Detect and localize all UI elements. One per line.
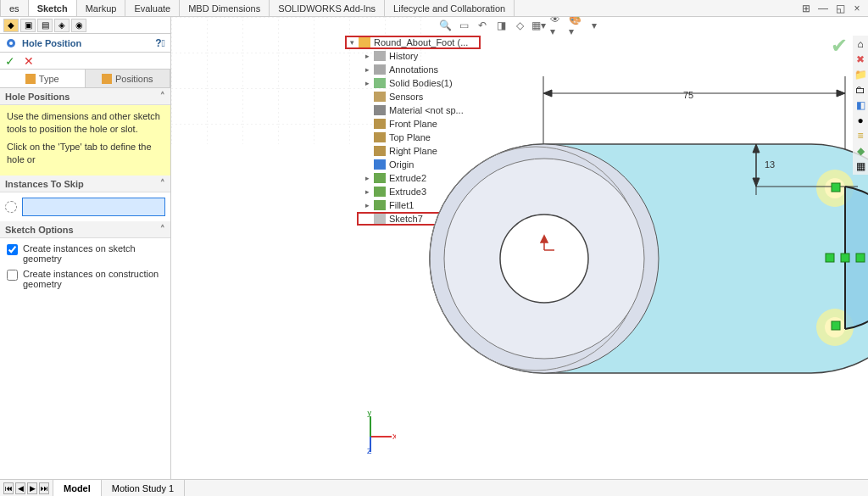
checkbox-instances-sketch-geom[interactable]: Create instances on sketch geometry: [7, 243, 164, 264]
custom-properties-icon[interactable]: ≡: [854, 129, 867, 142]
tab-type[interactable]: Type: [0, 70, 86, 87]
ribbon-tab-lifecycle[interactable]: Lifecycle and Collaboration: [385, 0, 515, 16]
close-icon[interactable]: ×: [851, 3, 863, 14]
appearance-icon[interactable]: 🎨▾: [569, 19, 582, 32]
svg-text:y: y: [367, 411, 372, 417]
orientation-triad[interactable]: x y z: [353, 411, 396, 454]
heads-up-toolbar: 🔍 ▭ ↶ ◨ ◇ ▦▾ 👁▾ 🎨▾ ▾: [438, 19, 601, 32]
panel-title: Hole Position ?⃝: [0, 34, 170, 53]
bottom-tabs: ⏮ ◀ ▶ ⏭ Model Motion Study 1: [0, 479, 868, 496]
svg-text:x: x: [392, 431, 396, 441]
chevron-up-icon: ˄: [160, 91, 165, 102]
hole-subtabs: Type Positions: [0, 70, 170, 88]
ribbon-tab-mbd[interactable]: MBD Dimensions: [180, 0, 270, 16]
svg-marker-7: [837, 90, 845, 97]
section-sketch-options[interactable]: Sketch Options˄: [0, 221, 170, 238]
close-panel-icon[interactable]: ✖: [854, 53, 867, 66]
hole-wizard-icon: [5, 37, 17, 49]
chevron-up-icon: ˄: [160, 178, 165, 189]
help-icon[interactable]: ?⃝: [155, 37, 165, 49]
part-drawing: 75: [332, 68, 868, 407]
display-manager-tab-icon[interactable]: ◉: [71, 19, 86, 32]
dim-offset: 13: [765, 159, 775, 170]
task-pane: ⌂ ✖ 📁 🗀 ◧ ● ≡ ◆ ▦: [853, 36, 868, 175]
ribbon-tab-addins[interactable]: SOLIDWORKS Add-Ins: [270, 0, 385, 16]
skip-icon: [5, 201, 17, 213]
search-icon[interactable]: ⊞: [800, 3, 812, 14]
ribbon-tab-sketch[interactable]: Sketch: [29, 0, 77, 16]
ribbon-tab-markup[interactable]: Markup: [77, 0, 126, 16]
nav-first-icon[interactable]: ⏮: [3, 482, 14, 494]
cancel-button[interactable]: ✕: [24, 54, 34, 68]
restore-icon[interactable]: ◱: [834, 3, 846, 14]
dimxpert-tab-icon[interactable]: ◈: [54, 19, 70, 32]
part-body: [430, 144, 868, 373]
svg-rect-29: [826, 254, 834, 262]
svg-point-11: [500, 215, 588, 303]
manager-tabs: ◆ ▣ ▤ ◈ ◉: [0, 17, 170, 34]
scene-icon[interactable]: ▾: [587, 19, 601, 32]
checkbox-instances-construction-geom[interactable]: Create instances on construction geometr…: [7, 269, 164, 289]
design-library-icon[interactable]: 📁: [854, 68, 867, 81]
svg-text:z: z: [367, 445, 372, 454]
svg-rect-28: [832, 183, 840, 192]
svg-point-1: [9, 42, 13, 45]
file-explorer-icon[interactable]: 🗀: [854, 83, 867, 97]
section-hole-positions[interactable]: Hole Positions˄: [0, 88, 170, 105]
config-manager-tab-icon[interactable]: ▤: [37, 19, 53, 32]
minimize-icon[interactable]: —: [817, 3, 829, 14]
positions-icon: [102, 74, 112, 84]
view-palette-icon[interactable]: ◧: [854, 98, 867, 112]
tree-root[interactable]: ▾Round_About_Foot (...: [345, 36, 481, 49]
svg-rect-32: [832, 321, 840, 330]
panel-title-text: Hole Position: [22, 38, 81, 48]
section-view-icon[interactable]: ◨: [494, 19, 508, 32]
bottom-nav: ⏮ ◀ ▶ ⏭: [0, 480, 53, 496]
ribbon-tabs: es Sketch Markup Evaluate MBD Dimensions…: [0, 0, 868, 17]
ok-button[interactable]: ✓: [5, 54, 15, 68]
view-orient-icon[interactable]: ◇: [513, 19, 526, 32]
type-icon: [25, 74, 36, 84]
zoom-fit-icon[interactable]: 🔍: [438, 19, 452, 32]
graphics-area[interactable]: 🔍 ▭ ↶ ◨ ◇ ▦▾ 👁▾ 🎨▾ ▾ ✔ ▾Round_About_Foot…: [171, 17, 868, 479]
property-manager: ◆ ▣ ▤ ◈ ◉ Hole Position ?⃝ ✓ ✕ Type Posi…: [0, 17, 171, 479]
nav-prev-icon[interactable]: ◀: [15, 482, 25, 494]
solidworks-resources-icon[interactable]: ⌂: [854, 37, 867, 51]
chevron-up-icon: ˄: [160, 224, 165, 235]
hole-positions-help: Use the dimensions and other sketch tool…: [0, 105, 170, 176]
display-style-icon[interactable]: ▦▾: [531, 19, 545, 32]
confirm-corner-icon[interactable]: ✔: [831, 34, 848, 58]
prev-view-icon[interactable]: ↶: [476, 19, 489, 32]
instances-skip-row: [0, 192, 170, 221]
ribbon-tab-stub[interactable]: es: [0, 0, 29, 16]
bottom-tab-model[interactable]: Model: [53, 480, 102, 496]
dim-width: 75: [683, 90, 693, 100]
property-manager-tab-icon[interactable]: ▣: [20, 19, 36, 32]
tab-positions[interactable]: Positions: [86, 70, 171, 87]
forum-icon[interactable]: ◆: [854, 144, 867, 158]
appearances-icon[interactable]: ●: [854, 114, 867, 127]
confirm-row: ✓ ✕: [0, 53, 170, 70]
hide-show-icon[interactable]: 👁▾: [550, 19, 564, 32]
sketch-options-body: Create instances on sketch geometry Crea…: [0, 238, 170, 299]
mdi-window-controls: ⊞ — ◱ ×: [795, 0, 868, 16]
nav-next-icon[interactable]: ▶: [27, 482, 37, 494]
zoom-area-icon[interactable]: ▭: [457, 19, 470, 32]
feature-manager-tab-icon[interactable]: ◆: [3, 19, 19, 32]
ribbon-tab-evaluate[interactable]: Evaluate: [125, 0, 180, 16]
svg-marker-6: [543, 90, 552, 97]
tree-history[interactable]: ▸History: [357, 49, 481, 63]
more-icon[interactable]: ▦: [854, 159, 867, 173]
svg-rect-30: [841, 254, 849, 262]
bottom-tab-motion-study[interactable]: Motion Study 1: [102, 480, 185, 496]
instances-skip-field[interactable]: [22, 198, 165, 216]
nav-last-icon[interactable]: ⏭: [39, 482, 49, 494]
svg-rect-31: [856, 254, 865, 262]
section-instances-to-skip[interactable]: Instances To Skip˄: [0, 176, 170, 192]
